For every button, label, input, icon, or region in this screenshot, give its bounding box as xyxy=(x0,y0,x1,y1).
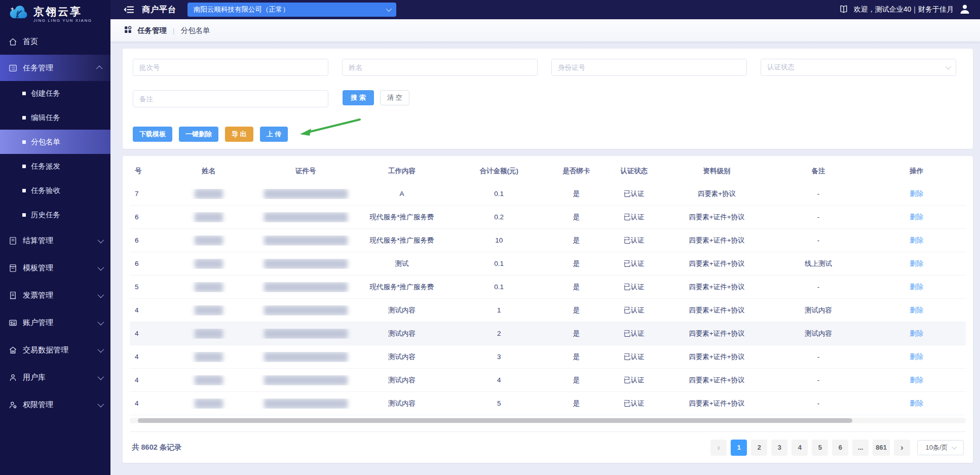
work-content-cell: 测试内容 xyxy=(354,376,450,385)
page-button-1[interactable]: 1 xyxy=(731,440,747,456)
chevron-down-icon xyxy=(98,401,104,407)
auth-status-cell: 已认证 xyxy=(604,329,664,338)
card-bound-cell: 是 xyxy=(548,399,604,408)
table-row: 4测试内容4是已认证四要素+证件+协议-删除 xyxy=(130,369,966,392)
page-button-3[interactable]: 3 xyxy=(771,440,787,456)
remark-input[interactable] xyxy=(133,90,328,107)
clear-button[interactable]: 清 空 xyxy=(380,90,409,105)
work-content-cell: A xyxy=(354,190,450,197)
remark-cell: - xyxy=(770,376,868,384)
card-bound-cell: 是 xyxy=(548,352,604,362)
page-button-5[interactable]: 5 xyxy=(812,440,828,456)
delete-link[interactable]: 删除 xyxy=(910,190,923,197)
breadcrumb: 任务管理 | 分包名单 xyxy=(110,19,980,42)
delete-link[interactable]: 删除 xyxy=(910,260,923,267)
sidebar-item-user-library[interactable]: 用户库 xyxy=(0,364,110,391)
chevron-down-icon xyxy=(98,319,104,325)
sidebar-item-subcontract-list[interactable]: 分包名单 xyxy=(0,130,110,154)
tasks-icon xyxy=(8,63,18,73)
chevron-down-icon xyxy=(946,64,951,69)
sidebar-item-history-task[interactable]: 历史任务 xyxy=(0,203,110,227)
id-number-input[interactable] xyxy=(551,59,747,76)
sidebar-item-transaction-data[interactable]: 交易数据管理 xyxy=(0,336,110,364)
menu-fold-icon[interactable] xyxy=(124,5,135,15)
work-content-cell: 测试内容 xyxy=(354,399,450,408)
delete-link[interactable]: 删除 xyxy=(910,376,923,384)
auth-status-placeholder: 认证状态 xyxy=(767,63,795,72)
column-header: 合计金额(元) xyxy=(449,167,548,176)
horizontal-scrollbar-track[interactable] xyxy=(130,418,966,423)
breadcrumb-separator: | xyxy=(173,27,174,34)
breadcrumb-section[interactable]: 任务管理 xyxy=(137,26,167,35)
sidebar-item-task-dispatch[interactable]: 任务派发 xyxy=(0,154,110,178)
chevron-down-icon xyxy=(98,346,104,352)
amount-cell: 5 xyxy=(449,400,548,407)
sidebar-item-permission-management[interactable]: 权限管理 xyxy=(0,391,110,418)
name-input[interactable] xyxy=(342,59,538,76)
manual-book-icon[interactable] xyxy=(839,5,849,15)
remark-cell: - xyxy=(770,400,868,407)
redacted-name xyxy=(195,189,223,199)
table-body: 7A0.1是已认证四要素+协议-删除6现代服务*推广服务费0.2是已认证四要素+… xyxy=(130,182,966,415)
delete-link[interactable]: 删除 xyxy=(910,283,923,291)
name-cell xyxy=(160,189,257,199)
company-select[interactable]: 南阳云顺科技有限公司（正常） xyxy=(187,3,396,17)
material-level-cell: 四要素+协议 xyxy=(664,189,769,199)
sidebar-item-settlement-management[interactable]: 结算管理 xyxy=(0,227,110,254)
breadcrumb-page: 分包名单 xyxy=(180,26,210,35)
auth-status-select[interactable]: 认证状态 xyxy=(761,59,956,76)
name-cell xyxy=(160,329,257,339)
id-number-cell xyxy=(257,259,354,269)
page-button-2[interactable]: 2 xyxy=(751,440,767,456)
export-button[interactable]: 导 出 xyxy=(225,127,253,142)
action-cell: 删除 xyxy=(867,236,966,245)
sidebar-item-home[interactable]: 首页 xyxy=(0,28,110,55)
sidebar-item-invoice-management[interactable]: 发票管理 xyxy=(0,282,110,309)
redacted-id xyxy=(264,305,348,315)
batch-delete-button[interactable]: 一键删除 xyxy=(179,127,218,142)
work-content-cell: 测试内容 xyxy=(354,306,450,315)
table-row: 6现代服务*推广服务费10是已认证四要素+证件+协议-删除 xyxy=(130,229,966,252)
page-button-861[interactable]: 861 xyxy=(873,440,890,456)
material-level-cell: 四要素+证件+协议 xyxy=(664,213,769,222)
prev-page-button[interactable]: ‹ xyxy=(710,440,727,456)
delete-link[interactable]: 删除 xyxy=(910,353,923,361)
horizontal-scrollbar-thumb[interactable] xyxy=(138,418,852,423)
user-avatar-icon[interactable] xyxy=(959,3,971,17)
redacted-id xyxy=(264,189,348,199)
auth-status-cell: 已认证 xyxy=(604,399,664,408)
sidebar-item-template-management[interactable]: 模板管理 xyxy=(0,254,110,282)
next-page-button[interactable]: › xyxy=(894,440,910,456)
delete-link[interactable]: 删除 xyxy=(910,236,923,244)
auth-status-cell: 已认证 xyxy=(604,283,664,292)
work-content-cell: 现代服务*推广服务费 xyxy=(354,236,450,245)
page-button-4[interactable]: 4 xyxy=(791,440,808,456)
pagination-ellipsis[interactable]: ... xyxy=(852,440,869,456)
sidebar-item-label: 分包名单 xyxy=(31,137,60,147)
sidebar-item-task-acceptance[interactable]: 任务验收 xyxy=(0,178,110,203)
batch-input[interactable] xyxy=(133,59,328,76)
delete-link[interactable]: 删除 xyxy=(910,400,923,407)
upload-button[interactable]: 上 传 xyxy=(260,127,288,142)
name-cell xyxy=(160,235,257,246)
sidebar-item-account-management[interactable]: 账户管理 xyxy=(0,309,110,336)
action-cell: 删除 xyxy=(867,259,966,268)
sidebar-item-edit-task[interactable]: 编辑任务 xyxy=(0,105,110,130)
search-button[interactable]: 搜 索 xyxy=(343,90,374,105)
action-cell: 删除 xyxy=(867,306,966,315)
delete-link[interactable]: 删除 xyxy=(910,213,923,221)
sidebar-item-task-management[interactable]: 任务管理 xyxy=(0,55,110,81)
name-cell xyxy=(160,305,257,315)
material-level-cell: 四要素+证件+协议 xyxy=(664,259,769,268)
column-header: 是否绑卡 xyxy=(548,167,604,176)
material-level-cell: 四要素+证件+协议 xyxy=(664,399,769,408)
column-header: 工作内容 xyxy=(354,167,450,176)
page-button-6[interactable]: 6 xyxy=(832,440,848,456)
delete-link[interactable]: 删除 xyxy=(910,330,923,337)
download-template-button[interactable]: 下载模板 xyxy=(133,127,172,142)
page-size-select[interactable]: 10条/页 xyxy=(917,440,964,455)
chevron-down-icon xyxy=(98,264,104,270)
redacted-name xyxy=(195,235,223,246)
delete-link[interactable]: 删除 xyxy=(910,306,923,314)
sidebar-item-create-task[interactable]: 创建任务 xyxy=(0,81,110,105)
